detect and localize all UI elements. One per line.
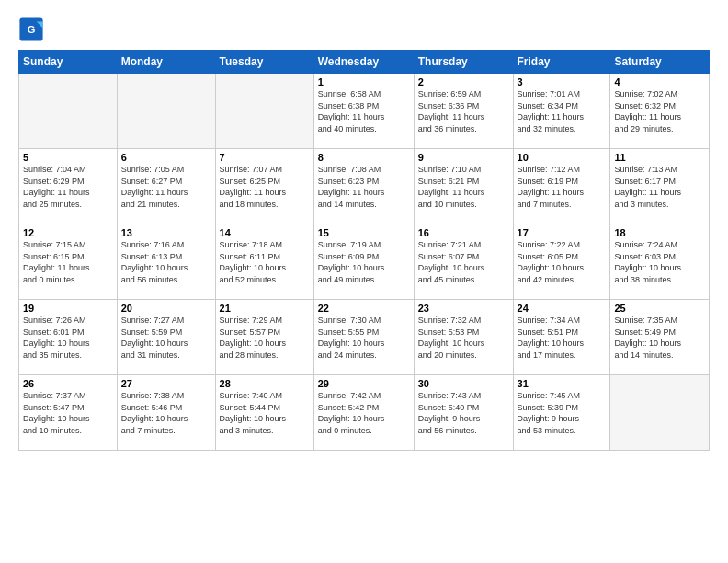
day-info: Sunrise: 7:10 AM Sunset: 6:21 PM Dayligh… bbox=[418, 164, 509, 210]
calendar-cell: 7Sunrise: 7:07 AM Sunset: 6:25 PM Daylig… bbox=[215, 149, 313, 224]
calendar-cell: 2Sunrise: 6:59 AM Sunset: 6:36 PM Daylig… bbox=[414, 74, 513, 149]
calendar-cell: 31Sunrise: 7:45 AM Sunset: 5:39 PM Dayli… bbox=[513, 375, 610, 451]
day-number: 3 bbox=[518, 76, 607, 87]
calendar-cell: 9Sunrise: 7:10 AM Sunset: 6:21 PM Daylig… bbox=[414, 149, 513, 224]
calendar-cell: 1Sunrise: 6:58 AM Sunset: 6:38 PM Daylig… bbox=[313, 74, 414, 149]
day-info: Sunrise: 7:22 AM Sunset: 6:05 PM Dayligh… bbox=[518, 239, 607, 285]
calendar-cell: 8Sunrise: 7:08 AM Sunset: 6:23 PM Daylig… bbox=[313, 149, 414, 224]
calendar-cell: 29Sunrise: 7:42 AM Sunset: 5:42 PM Dayli… bbox=[313, 375, 414, 451]
calendar-cell: 27Sunrise: 7:38 AM Sunset: 5:46 PM Dayli… bbox=[117, 375, 215, 451]
day-number: 27 bbox=[121, 378, 211, 389]
day-info: Sunrise: 7:15 AM Sunset: 6:15 PM Dayligh… bbox=[23, 239, 113, 285]
svg-text:G: G bbox=[28, 24, 36, 35]
day-info: Sunrise: 7:01 AM Sunset: 6:34 PM Dayligh… bbox=[518, 88, 607, 134]
day-number: 15 bbox=[318, 227, 410, 238]
day-number: 17 bbox=[518, 227, 607, 238]
day-info: Sunrise: 7:13 AM Sunset: 6:17 PM Dayligh… bbox=[614, 164, 705, 210]
weekday-header-sunday: Sunday bbox=[19, 51, 118, 74]
day-number: 18 bbox=[614, 227, 705, 238]
day-number: 10 bbox=[518, 152, 607, 163]
week-row-0: 1Sunrise: 6:58 AM Sunset: 6:38 PM Daylig… bbox=[19, 74, 710, 149]
day-info: Sunrise: 7:08 AM Sunset: 6:23 PM Dayligh… bbox=[318, 164, 410, 210]
day-info: Sunrise: 7:29 AM Sunset: 5:57 PM Dayligh… bbox=[220, 315, 310, 361]
calendar-cell: 26Sunrise: 7:37 AM Sunset: 5:47 PM Dayli… bbox=[19, 375, 118, 451]
day-info: Sunrise: 7:37 AM Sunset: 5:47 PM Dayligh… bbox=[23, 390, 113, 436]
calendar-cell: 15Sunrise: 7:19 AM Sunset: 6:09 PM Dayli… bbox=[313, 224, 414, 300]
calendar-cell: 4Sunrise: 7:02 AM Sunset: 6:32 PM Daylig… bbox=[610, 74, 710, 149]
calendar-cell: 22Sunrise: 7:30 AM Sunset: 5:55 PM Dayli… bbox=[313, 300, 414, 375]
calendar-cell bbox=[215, 74, 313, 149]
day-info: Sunrise: 7:02 AM Sunset: 6:32 PM Dayligh… bbox=[614, 88, 705, 134]
day-info: Sunrise: 7:18 AM Sunset: 6:11 PM Dayligh… bbox=[220, 239, 310, 285]
weekday-header-wednesday: Wednesday bbox=[313, 51, 414, 74]
day-info: Sunrise: 7:30 AM Sunset: 5:55 PM Dayligh… bbox=[318, 315, 410, 361]
day-number: 19 bbox=[23, 303, 113, 314]
day-number: 23 bbox=[418, 303, 509, 314]
calendar-cell: 16Sunrise: 7:21 AM Sunset: 6:07 PM Dayli… bbox=[414, 224, 513, 300]
calendar-cell: 11Sunrise: 7:13 AM Sunset: 6:17 PM Dayli… bbox=[610, 149, 710, 224]
calendar-cell: 13Sunrise: 7:16 AM Sunset: 6:13 PM Dayli… bbox=[117, 224, 215, 300]
day-number: 30 bbox=[418, 378, 509, 389]
day-number: 13 bbox=[121, 227, 211, 238]
calendar-cell: 18Sunrise: 7:24 AM Sunset: 6:03 PM Dayli… bbox=[610, 224, 710, 300]
calendar-cell: 28Sunrise: 7:40 AM Sunset: 5:44 PM Dayli… bbox=[215, 375, 313, 451]
week-row-1: 5Sunrise: 7:04 AM Sunset: 6:29 PM Daylig… bbox=[19, 149, 710, 224]
day-number: 14 bbox=[220, 227, 310, 238]
day-info: Sunrise: 7:38 AM Sunset: 5:46 PM Dayligh… bbox=[121, 390, 211, 436]
weekday-header-row: SundayMondayTuesdayWednesdayThursdayFrid… bbox=[19, 51, 710, 74]
calendar-cell: 17Sunrise: 7:22 AM Sunset: 6:05 PM Dayli… bbox=[513, 224, 610, 300]
calendar-cell: 12Sunrise: 7:15 AM Sunset: 6:15 PM Dayli… bbox=[19, 224, 118, 300]
week-row-2: 12Sunrise: 7:15 AM Sunset: 6:15 PM Dayli… bbox=[19, 224, 710, 300]
calendar-cell bbox=[117, 74, 215, 149]
calendar-cell: 10Sunrise: 7:12 AM Sunset: 6:19 PM Dayli… bbox=[513, 149, 610, 224]
day-info: Sunrise: 7:27 AM Sunset: 5:59 PM Dayligh… bbox=[121, 315, 211, 361]
day-number: 29 bbox=[318, 378, 410, 389]
weekday-header-tuesday: Tuesday bbox=[215, 51, 313, 74]
day-number: 20 bbox=[121, 303, 211, 314]
day-info: Sunrise: 7:32 AM Sunset: 5:53 PM Dayligh… bbox=[418, 315, 509, 361]
day-info: Sunrise: 7:45 AM Sunset: 5:39 PM Dayligh… bbox=[518, 390, 607, 436]
day-number: 12 bbox=[23, 227, 113, 238]
calendar-cell: 6Sunrise: 7:05 AM Sunset: 6:27 PM Daylig… bbox=[117, 149, 215, 224]
day-number: 21 bbox=[220, 303, 310, 314]
page: G SundayMondayTuesdayWednesdayThursdayFr… bbox=[0, 0, 728, 563]
calendar-cell bbox=[19, 74, 118, 149]
day-info: Sunrise: 7:43 AM Sunset: 5:40 PM Dayligh… bbox=[418, 390, 509, 436]
day-info: Sunrise: 7:05 AM Sunset: 6:27 PM Dayligh… bbox=[121, 164, 211, 210]
day-info: Sunrise: 6:58 AM Sunset: 6:38 PM Dayligh… bbox=[318, 88, 410, 134]
day-number: 16 bbox=[418, 227, 509, 238]
calendar-cell: 5Sunrise: 7:04 AM Sunset: 6:29 PM Daylig… bbox=[19, 149, 118, 224]
header: G bbox=[18, 17, 710, 42]
calendar-cell bbox=[610, 375, 710, 451]
day-info: Sunrise: 7:19 AM Sunset: 6:09 PM Dayligh… bbox=[318, 239, 410, 285]
week-row-4: 26Sunrise: 7:37 AM Sunset: 5:47 PM Dayli… bbox=[19, 375, 710, 451]
calendar-cell: 30Sunrise: 7:43 AM Sunset: 5:40 PM Dayli… bbox=[414, 375, 513, 451]
day-number: 4 bbox=[614, 76, 705, 87]
calendar: SundayMondayTuesdayWednesdayThursdayFrid… bbox=[18, 50, 710, 451]
day-number: 25 bbox=[614, 303, 705, 314]
calendar-cell: 23Sunrise: 7:32 AM Sunset: 5:53 PM Dayli… bbox=[414, 300, 513, 375]
day-info: Sunrise: 7:35 AM Sunset: 5:49 PM Dayligh… bbox=[614, 315, 705, 361]
day-number: 31 bbox=[518, 378, 607, 389]
day-info: Sunrise: 7:21 AM Sunset: 6:07 PM Dayligh… bbox=[418, 239, 509, 285]
day-info: Sunrise: 7:04 AM Sunset: 6:29 PM Dayligh… bbox=[23, 164, 113, 210]
calendar-cell: 25Sunrise: 7:35 AM Sunset: 5:49 PM Dayli… bbox=[610, 300, 710, 375]
day-info: Sunrise: 7:34 AM Sunset: 5:51 PM Dayligh… bbox=[518, 315, 607, 361]
day-info: Sunrise: 7:42 AM Sunset: 5:42 PM Dayligh… bbox=[318, 390, 410, 436]
day-info: Sunrise: 7:12 AM Sunset: 6:19 PM Dayligh… bbox=[518, 164, 607, 210]
day-number: 5 bbox=[23, 152, 113, 163]
day-info: Sunrise: 7:26 AM Sunset: 6:01 PM Dayligh… bbox=[23, 315, 113, 361]
calendar-cell: 20Sunrise: 7:27 AM Sunset: 5:59 PM Dayli… bbox=[117, 300, 215, 375]
calendar-cell: 14Sunrise: 7:18 AM Sunset: 6:11 PM Dayli… bbox=[215, 224, 313, 300]
calendar-cell: 24Sunrise: 7:34 AM Sunset: 5:51 PM Dayli… bbox=[513, 300, 610, 375]
day-info: Sunrise: 7:07 AM Sunset: 6:25 PM Dayligh… bbox=[220, 164, 310, 210]
day-number: 11 bbox=[614, 152, 705, 163]
weekday-header-saturday: Saturday bbox=[610, 51, 710, 74]
weekday-header-friday: Friday bbox=[513, 51, 610, 74]
weekday-header-monday: Monday bbox=[117, 51, 215, 74]
day-info: Sunrise: 7:16 AM Sunset: 6:13 PM Dayligh… bbox=[121, 239, 211, 285]
day-info: Sunrise: 7:24 AM Sunset: 6:03 PM Dayligh… bbox=[614, 239, 705, 285]
day-number: 7 bbox=[220, 152, 310, 163]
day-info: Sunrise: 6:59 AM Sunset: 6:36 PM Dayligh… bbox=[418, 88, 509, 134]
week-row-3: 19Sunrise: 7:26 AM Sunset: 6:01 PM Dayli… bbox=[19, 300, 710, 375]
